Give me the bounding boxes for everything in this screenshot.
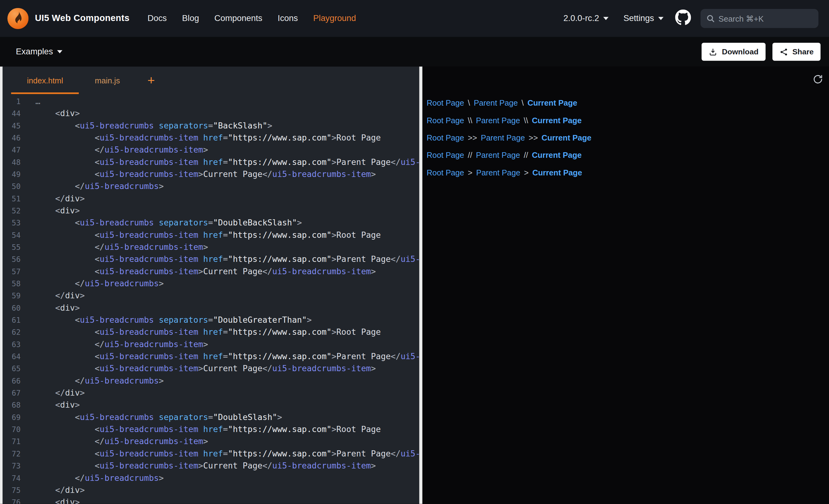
line-number: 57 <box>3 266 27 278</box>
code-text: <div> <box>36 498 80 504</box>
code-line: 65 <ui5-breadcrumbs-item>Current Page</u… <box>3 363 420 375</box>
code-text: <ui5-breadcrumbs-item href="https://www.… <box>36 327 381 337</box>
breadcrumb-link[interactable]: Root Page <box>427 168 464 177</box>
code-line: 68 <div> <box>3 399 420 411</box>
line-number: 44 <box>3 108 27 120</box>
breadcrumb-separator: >> <box>529 133 538 142</box>
editor-tabbar: index.html main.js + <box>3 67 420 94</box>
line-number: 45 <box>3 120 27 132</box>
code-text: </ui5-breadcrumbs> <box>36 376 164 386</box>
line-number: 53 <box>3 217 27 229</box>
breadcrumb-link[interactable]: Parent Page <box>476 168 520 177</box>
breadcrumb-link[interactable]: Parent Page <box>474 98 518 107</box>
nav-link-docs[interactable]: Docs <box>147 13 167 23</box>
code-text: <ui5-breadcrumbs-item>Current Page</ui5-… <box>36 461 376 471</box>
code-text: <ui5-breadcrumbs-item href="https://www.… <box>36 425 381 434</box>
code-line: 67 </div> <box>3 387 420 399</box>
breadcrumb: Root Page//Parent Page//Current Page <box>427 150 829 161</box>
breadcrumb-separator: \\ <box>468 116 472 125</box>
add-tab-button[interactable]: + <box>144 67 158 94</box>
refresh-button[interactable] <box>812 73 824 85</box>
code-line: 60 <div> <box>3 302 420 314</box>
code-line: 72 <ui5-breadcrumbs-item href="https://w… <box>3 448 420 460</box>
line-number: 1 <box>3 96 27 108</box>
line-number: 63 <box>3 339 27 351</box>
chevron-down-icon <box>57 50 63 53</box>
tab-index-html[interactable]: index.html <box>11 67 79 94</box>
line-number: 52 <box>3 205 27 217</box>
split-divider[interactable] <box>419 67 422 504</box>
examples-dropdown[interactable]: Examples <box>16 47 63 56</box>
version-dropdown[interactable]: 2.0.0-rc.2 <box>564 13 609 23</box>
tab-main-js[interactable]: main.js <box>79 67 136 94</box>
code-text: </ui5-breadcrumbs-item> <box>36 145 208 155</box>
main-nav: Docs Blog Components Icons Playground <box>147 13 356 23</box>
line-number: 60 <box>3 302 27 314</box>
line-number: 54 <box>3 229 27 241</box>
brand-link[interactable]: UI5 Web Components <box>7 8 130 29</box>
preview-pane: Root Page\Parent Page\Current PageRoot P… <box>423 67 829 504</box>
code-line: 44 <div> <box>3 108 420 120</box>
code-line: 55 </ui5-breadcrumbs-item> <box>3 241 420 254</box>
code-text: </ui5-breadcrumbs> <box>36 182 164 191</box>
code-text: … <box>36 96 40 106</box>
search-input[interactable] <box>700 14 818 23</box>
code-line: 63 </ui5-breadcrumbs-item> <box>3 339 420 351</box>
code-text: </div> <box>36 194 85 203</box>
version-label: 2.0.0-rc.2 <box>564 13 599 23</box>
chevron-down-icon <box>603 17 609 20</box>
line-number: 68 <box>3 399 27 411</box>
line-number: 62 <box>3 326 27 339</box>
code-line: 61 <ui5-breadcrumbs separators="DoubleGr… <box>3 314 420 326</box>
breadcrumb-link[interactable]: Parent Page <box>476 150 520 159</box>
nav-link-blog[interactable]: Blog <box>182 13 199 23</box>
left-splitter[interactable] <box>0 67 3 504</box>
line-number: 72 <box>3 448 27 460</box>
code-line: 69 <ui5-breadcrumbs separators="DoubleSl… <box>3 411 420 423</box>
code-line: 47 </ui5-breadcrumbs-item> <box>3 144 420 156</box>
code-line: 54 <ui5-breadcrumbs-item href="https://w… <box>3 229 420 241</box>
breadcrumb-link[interactable]: Parent Page <box>481 133 525 142</box>
line-number: 50 <box>3 181 27 193</box>
nav-link-icons[interactable]: Icons <box>278 13 298 23</box>
line-number: 51 <box>3 193 27 205</box>
code-editor[interactable]: 1…44 <div>45 <ui5-breadcrumbs separators… <box>3 94 420 504</box>
github-link[interactable] <box>675 9 691 28</box>
code-text: <div> <box>36 400 80 410</box>
settings-dropdown[interactable]: Settings <box>623 13 663 23</box>
tab-label: index.html <box>27 76 63 85</box>
brand-title: UI5 Web Components <box>35 13 130 24</box>
code-text: </ui5-breadcrumbs-item> <box>36 437 208 447</box>
code-line: 57 <ui5-breadcrumbs-item>Current Page</u… <box>3 266 420 278</box>
breadcrumb-separator: \\ <box>524 116 528 125</box>
breadcrumb-link[interactable]: Root Page <box>427 133 464 142</box>
breadcrumb-separator: > <box>468 168 473 177</box>
code-line: 56 <ui5-breadcrumbs-item href="https://w… <box>3 254 420 266</box>
code-line: 48 <ui5-breadcrumbs-item href="https://w… <box>3 156 420 168</box>
breadcrumb-link[interactable]: Root Page <box>427 150 464 159</box>
share-button[interactable]: Share <box>772 43 820 61</box>
examples-toolbar: Examples Download Share <box>0 37 829 67</box>
share-label: Share <box>792 47 814 56</box>
download-icon <box>709 47 718 56</box>
code-line: 59 </div> <box>3 290 420 302</box>
breadcrumb-link[interactable]: Root Page <box>427 98 464 107</box>
code-line: 46 <ui5-breadcrumbs-item href="https://w… <box>3 132 420 144</box>
breadcrumb-separator: >> <box>468 133 477 142</box>
code-text: <div> <box>36 109 80 118</box>
ui5-playground: UI5 Web Components Docs Blog Components … <box>0 0 829 504</box>
search-box <box>700 9 818 28</box>
breadcrumb-link[interactable]: Root Page <box>427 116 464 125</box>
breadcrumb: Root Page\Parent Page\Current Page <box>427 97 829 109</box>
code-text: <ui5-breadcrumbs-item>Current Page</ui5-… <box>36 364 376 374</box>
code-line: 76 <div> <box>3 497 420 504</box>
nav-link-playground[interactable]: Playground <box>313 13 356 23</box>
code-text: <ui5-breadcrumbs-item href="https://www.… <box>36 255 420 264</box>
breadcrumb-link[interactable]: Parent Page <box>476 116 520 125</box>
download-label: Download <box>722 47 759 56</box>
download-button[interactable]: Download <box>701 43 765 61</box>
code-text: <ui5-breadcrumbs-item>Current Page</ui5-… <box>36 169 376 179</box>
code-line: 53 <ui5-breadcrumbs separators="DoubleBa… <box>3 217 420 229</box>
breadcrumb-separator: \ <box>521 98 524 107</box>
nav-link-components[interactable]: Components <box>215 13 262 23</box>
